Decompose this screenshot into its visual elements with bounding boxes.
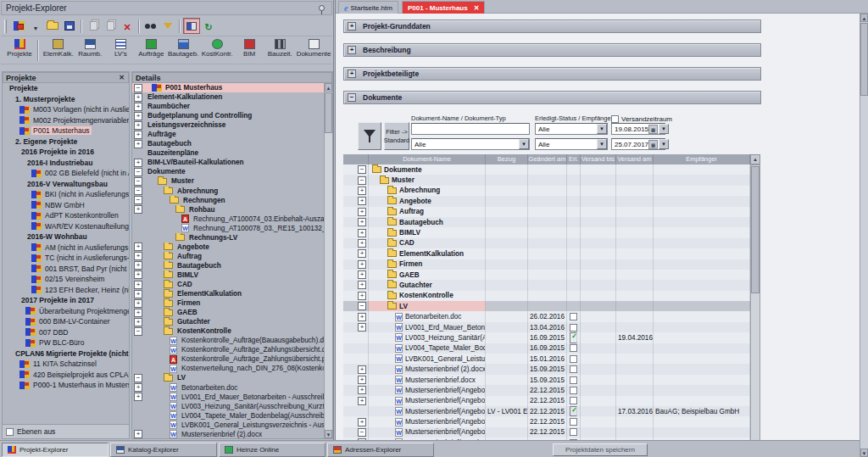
project-tree-item[interactable]: 2016-V Verwaltungsbau: [3, 179, 129, 190]
project-tree-item[interactable]: 420 Beispielprojekt aus CPLAN: [3, 370, 129, 381]
details-tree-item[interactable]: Betonarbeiten.doc: [132, 383, 324, 393]
project-tree-item[interactable]: 000 BIM-LV-Container: [3, 316, 129, 327]
section-projektgrunddaten[interactable]: Projekt-Grunddaten: [343, 20, 761, 33]
expand-icon[interactable]: [358, 376, 366, 384]
filter-icon[interactable]: [159, 18, 176, 34]
recipient-combo[interactable]: Alle▼: [535, 138, 608, 150]
expand-icon[interactable]: [134, 140, 142, 148]
expand-icon[interactable]: [134, 281, 142, 289]
chevron-down-icon[interactable]: ▼: [597, 124, 607, 134]
details-tree-item[interactable]: Bautagebuch: [132, 261, 324, 270]
table-row[interactable]: CAD: [343, 238, 750, 248]
table-row[interactable]: Musterserienbrief.docx15.09.2015: [343, 375, 750, 385]
calendar-icon[interactable]: ▦: [648, 125, 658, 134]
module-button-projekte[interactable]: Projekte: [4, 37, 35, 64]
collapse-icon[interactable]: [358, 302, 366, 310]
module-button-elemkalk[interactable]: ElemKalk.: [42, 37, 75, 64]
expand-icon[interactable]: [358, 218, 366, 226]
project-tree-item[interactable]: 2017 Projekte in 2017: [3, 295, 129, 306]
scroll-thumb[interactable]: [325, 92, 332, 133]
expand-icon[interactable]: [134, 309, 142, 317]
expand-icon[interactable]: [348, 22, 356, 31]
project-tree-item[interactable]: 1. Musterprojekte: [3, 94, 129, 105]
section-projektbeteiligte[interactable]: Projektbeteiligte: [343, 67, 761, 81]
expand-icon[interactable]: [134, 93, 142, 102]
scroll-down-icon[interactable]: ▼: [860, 449, 868, 457]
column-header-Empfänger[interactable]: Empfänger: [654, 154, 750, 164]
column-header-Versand am[interactable]: Versand am: [616, 154, 654, 164]
versandzeitraum-checkbox[interactable]: [611, 115, 619, 123]
table-row[interactable]: BIMLV: [343, 227, 750, 237]
expand-icon[interactable]: [134, 299, 142, 308]
calendar-icon[interactable]: ▦: [648, 140, 658, 149]
bottom-tab-projektexplorer[interactable]: Projekt-Explorer: [2, 443, 108, 457]
bottom-tab-heinzeonline[interactable]: Heinze Online: [219, 443, 326, 457]
collapse-icon[interactable]: [358, 165, 366, 174]
project-tree-item[interactable]: 2016 Projekte in 2016: [3, 147, 129, 158]
details-tree-item[interactable]: Abrechnung: [132, 187, 324, 196]
expand-icon[interactable]: [358, 386, 366, 394]
column-header-Bezug[interactable]: Bezug: [486, 154, 528, 164]
table-row[interactable]: Muster: [343, 175, 750, 185]
details-tree-item[interactable]: Leistungsverzeichnisse: [132, 120, 324, 130]
delete-icon[interactable]: [119, 18, 136, 34]
details-tree-item[interactable]: Bauzeitenpläne: [132, 148, 324, 158]
table-row[interactable]: Musterserienbrief(Angebotseinholung22.12…: [343, 427, 750, 437]
doc-type-combo[interactable]: Alle▼: [411, 138, 530, 150]
column-header-Dokument-Name[interactable]: Dokument-Name: [369, 154, 486, 164]
details-tree-item[interactable]: Angebote: [132, 242, 324, 252]
details-tree-item[interactable]: Element-Kalkulationen: [132, 92, 324, 102]
collapse-icon[interactable]: [134, 196, 142, 204]
details-tree-item[interactable]: Muster: [132, 176, 324, 186]
details-tree-item[interactable]: P001 Musterhaus: [132, 83, 324, 92]
filter-reset-button[interactable]: [358, 122, 381, 150]
collapse-icon[interactable]: [134, 374, 142, 382]
unchecked-checkbox[interactable]: [570, 418, 577, 426]
chevron-down-icon[interactable]: ▼: [659, 139, 669, 149]
collapse-icon[interactable]: [358, 428, 366, 437]
table-row[interactable]: Musterserienbrief (2).docx15.09.2015: [343, 364, 750, 374]
unchecked-checkbox[interactable]: [570, 428, 577, 436]
project-tree-item[interactable]: PW BLC-Büro: [3, 337, 129, 348]
expand-icon[interactable]: [134, 131, 142, 139]
expand-icon[interactable]: [134, 252, 142, 260]
expand-icon[interactable]: [348, 46, 356, 54]
project-tree-item[interactable]: P001 Musterhaus: [3, 125, 129, 137]
project-tree-item[interactable]: 2. Eigene Projekte: [3, 137, 129, 148]
table-row[interactable]: Musterserienbrief(AngebotseinholungLV - …: [343, 406, 750, 416]
expand-icon[interactable]: [134, 103, 142, 111]
close-icon[interactable]: ✕: [474, 4, 480, 12]
table-row[interactable]: ElementKalkulation: [343, 248, 750, 259]
module-button-raumb[interactable]: Raumb.: [75, 37, 105, 64]
collapse-icon[interactable]: [134, 327, 142, 336]
details-tree-item[interactable]: Rechnungs-LV: [132, 233, 324, 242]
details-tree-item[interactable]: Firmen: [132, 298, 324, 308]
date-from-field[interactable]: 19.08.2015▦▼: [611, 123, 665, 135]
import-project-icon[interactable]: [61, 18, 78, 34]
collapse-icon[interactable]: [134, 177, 142, 186]
expand-icon[interactable]: [134, 318, 142, 326]
table-row[interactable]: LVBK001_General_Leistungsverze15.01.2016: [343, 354, 750, 364]
table-row[interactable]: Bautagebuch: [343, 217, 750, 227]
expand-icon[interactable]: [134, 430, 142, 438]
section-beschreibung[interactable]: Beschreibung: [343, 43, 761, 57]
expand-icon[interactable]: [358, 208, 366, 216]
expand-icon[interactable]: [348, 70, 356, 78]
section-dokumente[interactable]: Dokumente: [343, 91, 761, 104]
unchecked-checkbox[interactable]: [570, 324, 577, 332]
expand-icon[interactable]: [358, 197, 366, 205]
table-row[interactable]: Firmen: [343, 259, 750, 270]
scroll-down-icon[interactable]: ▼: [325, 430, 332, 438]
project-tree-item[interactable]: TC (nicht in Auslieferungs-DB): [3, 253, 129, 264]
project-tree-item[interactable]: 2016-W Wohnbau: [3, 231, 129, 242]
chevron-down-icon[interactable]: ▼: [597, 139, 607, 149]
details-tree-item[interactable]: BIMLV: [132, 270, 324, 280]
toolbar-grip[interactable]: [4, 20, 7, 33]
expand-icon[interactable]: [134, 205, 142, 214]
tab-startseitehtm[interactable]: eStartseite.htm: [338, 1, 398, 14]
pin-icon[interactable]: [319, 5, 325, 11]
status-combo[interactable]: Alle▼: [535, 123, 608, 135]
expand-icon[interactable]: [134, 270, 142, 279]
filter-standard-button[interactable]: Filter -> Standard: [384, 122, 409, 150]
expand-icon[interactable]: [358, 260, 366, 269]
